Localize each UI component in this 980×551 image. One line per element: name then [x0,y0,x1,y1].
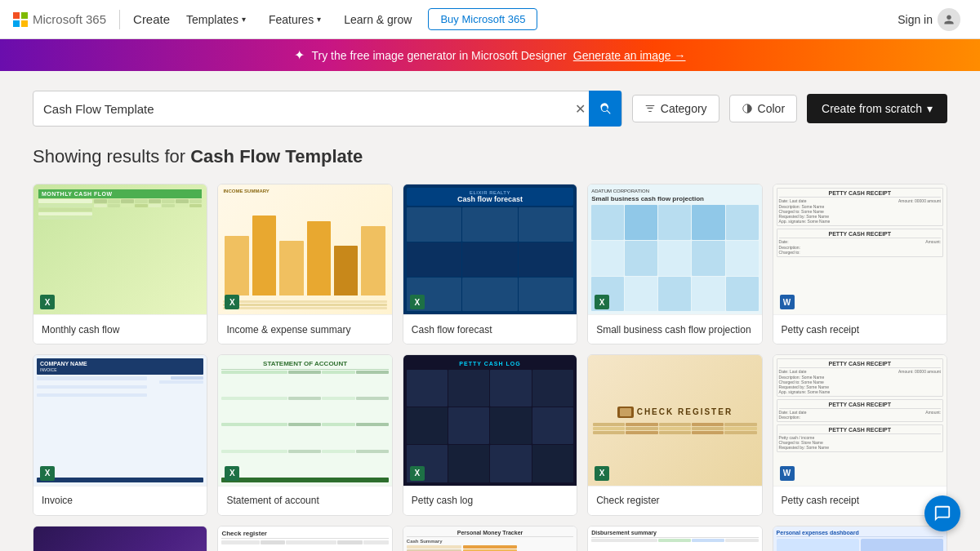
template-thumb-money-tracker: Personal Money Tracker Cash Summary [403,527,577,551]
excel-icon-forecast: X [410,295,425,309]
template-grid: MONTHLY CASH FLOW [33,184,947,551]
ms365-logo-grid [13,12,28,27]
template-label-statement: Statement of account [218,486,391,515]
search-section: ✕ Category Color Create from scratch ▾ [33,91,947,127]
nav-features-label: Features [269,13,314,26]
template-label-petty-receipt2: Petty cash receipt [773,486,947,515]
template-thumb-check-reg: CHECK REGISTER [588,355,761,485]
template-card-small-biz[interactable]: ADATUM CORPORATION Small business cash f… [587,184,762,344]
excel-icon-smallbiz: X [595,295,609,309]
word-icon-receipt1: W [780,295,795,309]
results-heading: Showing results for Cash Flow Template [33,146,947,167]
template-card-invoice[interactable]: COMPANY NAMEINVOICE [33,354,207,515]
template-card-petty-receipt1[interactable]: PETTY CASH RECEIPT Date: Last dateAmount… [773,184,947,344]
template-card-money-tracker[interactable]: Personal Money Tracker Cash Summary [403,526,577,551]
template-card-petty-receipt2[interactable]: PETTY CASH RECEIPT Date: Last dateAmount… [773,354,947,515]
template-card-check-register[interactable]: CHECK REGISTER [587,354,762,515]
ms365-logo-text: Microsoft 365 [33,12,106,26]
template-card-petty-log[interactable]: PETTY CASH LOG [403,354,577,515]
chat-fab-button[interactable] [924,495,960,531]
top-nav: Microsoft 365 Create Templates ▾ Feature… [0,0,980,39]
nav-learn[interactable]: Learn & grow [337,10,418,29]
template-thumb-petty-receipt2: PETTY CASH RECEIPT Date: Last dateAmount… [773,355,947,485]
color-label: Color [758,102,785,115]
search-button[interactable] [589,91,621,127]
main-content: ✕ Category Color Create from scratch ▾ S… [0,71,980,551]
template-thumb-petty-log: PETTY CASH LOG [403,355,577,485]
nav-features[interactable]: Features ▾ [262,10,327,29]
template-thumb-forecast: ELIXIR REALTY Cash flow forecast [403,184,577,314]
create-from-scratch-button[interactable]: Create from scratch ▾ [807,94,947,123]
nav-templates-label: Templates [186,13,238,26]
template-thumb-petty-receipt1: PETTY CASH RECEIPT Date: Last dateAmount… [773,184,947,314]
template-label-petty-log: Petty cash log [403,486,577,515]
buy-ms365-button[interactable]: Buy Microsoft 365 [428,8,537,30]
clear-icon[interactable]: ✕ [572,98,589,120]
template-thumb-personal: Personal expenses dashboard X [773,527,947,551]
template-label-check-reg: Check register [588,486,761,515]
template-card-income-summary[interactable]: INCOME SUMMARY [217,184,392,344]
results-prefix: Showing results for [33,146,185,167]
banner-wand-icon: ✦ [294,47,305,63]
excel-icon-monthly: X [40,295,55,309]
template-card-statement[interactable]: STATEMENT OF ACCOUNT [217,354,392,515]
create-scratch-label: Create from scratch [822,102,922,115]
nav-templates-chevron: ▾ [242,15,246,24]
excel-icon-petty-log: X [410,466,425,481]
template-label-petty-receipt1: Petty cash receipt [773,314,947,344]
template-card-crypto[interactable]: CRYPTO: INVESTING & TRADING Morgan Telec… [33,526,207,551]
category-label: Category [661,102,707,115]
template-thumb-invoice: COMPANY NAMEINVOICE [33,355,207,485]
template-label-smallbiz: Small business cash flow projection [588,314,761,344]
promo-banner: ✦ Try the free image generator in Micros… [0,39,980,71]
nav-learn-label: Learn & grow [344,13,412,26]
ms365-logo[interactable]: Microsoft 365 [13,12,106,27]
template-card-disbursement[interactable]: Disbursement summary [587,526,762,551]
template-label-forecast: Cash flow forecast [403,314,577,344]
word-icon-receipt2: W [780,466,795,481]
create-scratch-chevron: ▾ [927,102,933,115]
nav-features-chevron: ▾ [317,15,321,24]
banner-link[interactable]: Generate an image → [573,49,686,62]
sign-in-button[interactable]: Sign in [891,5,967,34]
results-query: Cash Flow Template [190,146,363,167]
search-bar: ✕ [33,91,622,127]
template-thumb-check-reg2: Check register [218,527,391,551]
avatar [938,8,960,31]
template-thumb-disbursement: Disbursement summary [588,527,761,551]
nav-divider [119,10,120,29]
sign-in-label: Sign in [898,13,933,26]
template-card-monthly-cash-flow[interactable]: MONTHLY CASH FLOW [33,184,207,344]
banner-text: Try the free image generator in Microsof… [311,49,566,62]
template-thumb-monthly: MONTHLY CASH FLOW [33,184,207,314]
nav-create[interactable]: Create [133,12,170,26]
template-label-invoice: Invoice [33,486,207,515]
template-thumb-crypto: CRYPTO: INVESTING & TRADING Morgan Telec… [33,527,207,551]
template-card-personal-expenses[interactable]: Personal expenses dashboard X Personal e… [773,526,947,551]
category-filter-button[interactable]: Category [632,95,719,122]
template-thumb-smallbiz: ADATUM CORPORATION Small business cash f… [588,184,761,314]
template-thumb-income: INCOME SUMMARY [218,184,391,314]
search-input[interactable] [43,102,572,116]
excel-icon-invoice: X [40,466,55,481]
excel-icon-check-reg: X [595,466,609,481]
excel-icon-statement: X [225,466,239,481]
template-card-check-register2[interactable]: Check register [217,526,392,551]
template-card-cash-forecast[interactable]: ELIXIR REALTY Cash flow forecast [403,184,577,344]
template-label-monthly: Monthly cash flow [33,314,207,344]
nav-templates[interactable]: Templates ▾ [180,10,252,29]
template-label-income: Income & expense summary [218,314,391,344]
color-filter-button[interactable]: Color [729,95,797,122]
excel-icon-income: X [225,295,239,309]
template-thumb-statement: STATEMENT OF ACCOUNT [218,355,391,485]
